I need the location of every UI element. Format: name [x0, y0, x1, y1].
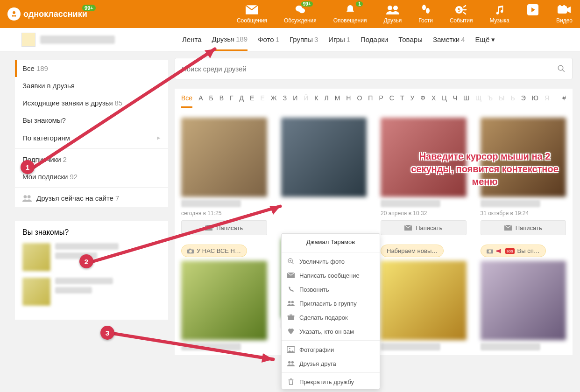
top-video[interactable]: Видео: [556, 4, 573, 24]
alpha-letter[interactable]: Ш: [463, 94, 469, 108]
alpha-letter[interactable]: Г: [230, 94, 233, 108]
alpha-letter[interactable]: Е: [250, 94, 254, 108]
alpha-letter[interactable]: Ц: [442, 94, 446, 108]
alpha-letter[interactable]: З: [283, 94, 287, 108]
alpha-all[interactable]: Все: [181, 94, 192, 108]
alpha-letter[interactable]: В: [219, 94, 224, 108]
alpha-letter[interactable]: Х: [431, 94, 436, 108]
alpha-letter[interactable]: К: [314, 94, 318, 108]
nav-friends[interactable]: Друзья189: [212, 35, 248, 51]
ctx-gift[interactable]: Сделать подарок: [282, 310, 380, 324]
nav-groups[interactable]: Группы3: [290, 35, 318, 43]
friend-photo[interactable]: [281, 118, 367, 197]
alpha-letter[interactable]: Ж: [271, 94, 277, 108]
status-chip[interactable]: sosВы сп…: [481, 245, 546, 257]
events-icon: 5: [455, 4, 468, 15]
logo[interactable]: одноклассники 99+: [7, 7, 87, 21]
alpha-letter[interactable]: Ю: [532, 94, 538, 108]
alpha-letter[interactable]: Я: [545, 94, 549, 108]
top-friends[interactable]: Друзья: [383, 4, 402, 24]
ctx-relation[interactable]: Указать, кто он вам: [282, 324, 380, 338]
alpha-letter[interactable]: Т: [400, 94, 404, 108]
top-messages[interactable]: Сообщения: [237, 4, 267, 24]
filter-doyouknow[interactable]: Вы знакомы?: [15, 112, 168, 129]
alpha-letter[interactable]: Ь: [511, 94, 515, 108]
filter-subscriptions[interactable]: Мои подписки92: [15, 168, 168, 185]
alpha-letter[interactable]: Р: [379, 94, 383, 108]
friend-name-blur: [481, 343, 540, 350]
suggest-item[interactable]: [22, 278, 161, 306]
filter-subscribers[interactable]: Подписчики2: [15, 151, 168, 168]
alpha-letter[interactable]: Ё: [260, 94, 264, 108]
write-button[interactable]: Написать: [181, 220, 267, 235]
write-button[interactable]: Написать: [381, 220, 467, 235]
write-button[interactable]: Написать: [481, 220, 566, 235]
filter-requests-out[interactable]: Исходящие заявки в друзья85: [15, 94, 168, 112]
friend-photo[interactable]: [381, 261, 467, 340]
alpha-letter[interactable]: Б: [209, 94, 213, 108]
ctx-invite[interactable]: Пригласить в группу: [282, 296, 380, 310]
alpha-letter[interactable]: О: [357, 94, 362, 108]
play-icon: [526, 4, 539, 15]
ctx-zoom[interactable]: Увеличить фото: [282, 254, 380, 268]
friends-icon: [287, 360, 295, 367]
suggest-item[interactable]: [22, 243, 161, 271]
alpha-letter[interactable]: Ъ: [488, 94, 493, 108]
alpha-letter[interactable]: Л: [324, 94, 328, 108]
alpha-letter[interactable]: У: [410, 94, 414, 108]
alpha-letter[interactable]: Й: [304, 94, 308, 108]
filter-all[interactable]: Все189: [15, 60, 168, 77]
friend-photo[interactable]: [381, 118, 467, 197]
filter-online[interactable]: Друзья сейчас на сайте7: [15, 189, 168, 207]
top-discussions[interactable]: 99+ Обсуждения: [284, 4, 317, 24]
top-events[interactable]: 5 События: [450, 4, 473, 24]
ctx-photos[interactable]: Фотографии: [282, 343, 380, 357]
filter-requests-in[interactable]: Заявки в друзья: [15, 77, 168, 94]
top-music[interactable]: Музыка: [489, 4, 509, 24]
friend-photo[interactable]: [181, 261, 267, 340]
svg-point-32: [288, 361, 290, 364]
nav-games[interactable]: Игры1: [328, 35, 350, 43]
alpha-hash[interactable]: #: [562, 94, 566, 108]
alpha-letter[interactable]: Э: [521, 94, 526, 108]
ctx-message[interactable]: Написать сообщение: [282, 268, 380, 282]
nav-more[interactable]: Ещё ▾: [475, 35, 495, 44]
alpha-letter[interactable]: С: [389, 94, 394, 108]
friend-photo[interactable]: [481, 118, 566, 197]
top-guests[interactable]: Гости: [418, 4, 433, 24]
footsteps-icon: [419, 4, 432, 15]
svg-point-15: [558, 65, 563, 70]
alpha-letter[interactable]: Н: [346, 94, 351, 108]
profile-bar[interactable]: [15, 28, 168, 51]
ctx-mutual[interactable]: Друзья друга: [282, 357, 380, 371]
search-input[interactable]: [182, 65, 557, 73]
alpha-letter[interactable]: Щ: [475, 94, 481, 108]
ctx-unfriend[interactable]: Прекратить дружбу: [282, 375, 380, 389]
friends-search[interactable]: [175, 58, 573, 79]
status-chip[interactable]: Набираем новы…: [381, 245, 444, 257]
friend-lastseen: 31 октября в 19:24: [481, 210, 566, 217]
alpha-letter[interactable]: М: [335, 94, 340, 108]
nav-notes[interactable]: Заметки4: [433, 35, 465, 43]
friend-photo[interactable]: [181, 118, 267, 197]
alpha-letter[interactable]: А: [198, 94, 203, 108]
ctx-call[interactable]: Позвонить: [282, 282, 380, 296]
top-play[interactable]: [526, 4, 539, 24]
friend-photo[interactable]: [481, 261, 566, 340]
filter-categories[interactable]: По категориям▸: [15, 129, 168, 147]
context-title: Джамал Тарамов: [282, 234, 380, 250]
nav-goods[interactable]: Товары: [398, 35, 423, 43]
nav-feed[interactable]: Лента: [182, 35, 202, 43]
top-notifications[interactable]: 1 Оповещения: [333, 4, 367, 24]
alpha-letter[interactable]: И: [293, 94, 297, 108]
left-column: Все189 Заявки в друзья Исходящие заявки …: [0, 51, 168, 320]
status-chip[interactable]: У НАС ВСЕ Н…: [181, 245, 247, 257]
alpha-letter[interactable]: П: [368, 94, 373, 108]
friend-lastseen: 20 апреля в 10:32: [381, 210, 467, 217]
alpha-letter[interactable]: Д: [240, 94, 244, 108]
nav-photo[interactable]: Фото1: [258, 35, 279, 43]
nav-gifts[interactable]: Подарки: [361, 35, 388, 43]
alpha-letter[interactable]: Ф: [420, 94, 425, 108]
alpha-letter[interactable]: Ы: [499, 94, 504, 108]
alpha-letter[interactable]: Ч: [453, 94, 457, 108]
